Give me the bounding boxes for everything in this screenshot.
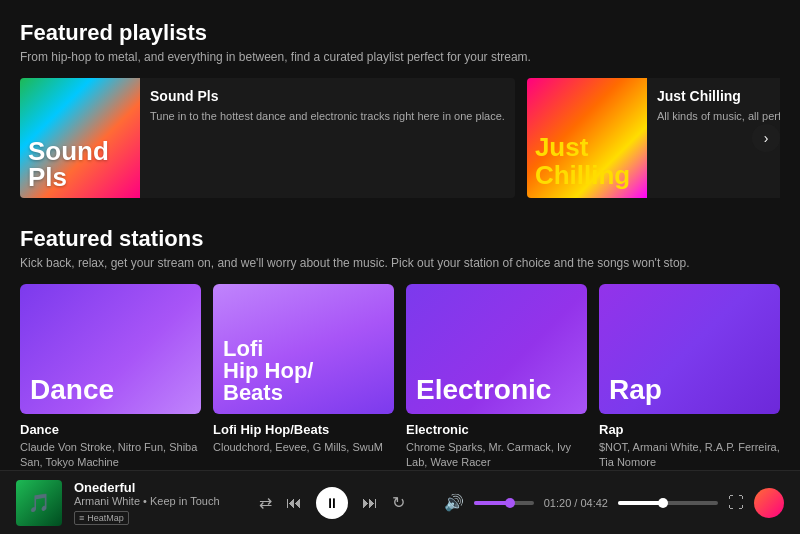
shuffle-button[interactable]: ⇄ [259,493,272,512]
lofi-name: Lofi Hip Hop/Beats [213,422,394,437]
player-tag: ≡ HeatMap [74,511,129,525]
justchilling-name: Just Chilling [657,88,780,104]
playlist-thumb-justchilling: JustChilling [527,78,647,198]
progress-bar[interactable] [618,501,718,505]
soundpls-name: Sound Pls [150,88,505,104]
dance-thumb-text: Dance [30,376,114,404]
featured-stations-section: Featured stations Kick back, relax, get … [20,226,780,470]
electronic-thumb-text: Electronic [416,376,551,404]
time-display: 01:20 / 04:42 [544,497,608,509]
justchilling-desc: All kinds of music, all perfect for chil… [657,109,780,124]
stations-title: Featured stations [20,226,780,252]
progress-dot [658,498,668,508]
station-card-lofi[interactable]: LofiHip Hop/Beats Lofi Hip Hop/Beats Clo… [213,284,394,470]
soundpls-info: Sound Pls Tune in to the hottest dance a… [140,78,515,198]
player-album-art: 🎵 [16,480,62,526]
soundpls-thumb-text: SoundPls [28,138,109,190]
station-card-electronic[interactable]: Electronic Electronic Chrome Sparks, Mr.… [406,284,587,470]
lofi-artists: Cloudchord, Eevee, G Mills, SwuM [213,440,394,455]
stations-row: Dance Dance Claude Von Stroke, Nitro Fun… [20,284,780,470]
soundpls-desc: Tune in to the hottest dance and electro… [150,109,505,124]
volume-fill [474,501,510,505]
lofi-thumb-text: LofiHip Hop/Beats [223,338,313,404]
next-button[interactable]: ⏭ [362,494,378,512]
avatar[interactable] [754,488,784,518]
station-thumb-lofi: LofiHip Hop/Beats [213,284,394,414]
player-bar: 🎵 Onederful Armani White • Keep in Touch… [0,470,800,534]
player-artist-name: Armani White • Keep in Touch [74,495,220,507]
playlists-next-button[interactable]: › [752,124,780,152]
rap-artists: $NOT, Armani White, R.A.P. Ferreira, Tia… [599,440,780,470]
playlists-row: SoundPls Sound Pls Tune in to the hottes… [20,78,780,198]
featured-playlists-section: Featured playlists From hip-hop to metal… [20,20,780,198]
player-right: 🔊 01:20 / 04:42 ⛶ [444,488,784,518]
station-card-dance[interactable]: Dance Dance Claude Von Stroke, Nitro Fun… [20,284,201,470]
volume-dot [505,498,515,508]
playlists-subtitle: From hip-hop to metal, and everything in… [20,50,780,64]
justchilling-thumb-text: JustChilling [535,133,630,190]
playlist-card-justchilling[interactable]: JustChilling Just Chilling All kinds of … [527,78,780,198]
playlist-card-soundpls[interactable]: SoundPls Sound Pls Tune in to the hottes… [20,78,515,198]
fullscreen-button[interactable]: ⛶ [728,494,744,512]
progress-fill [618,501,663,505]
stations-subtitle: Kick back, relax, get your stream on, an… [20,256,780,270]
dance-artists: Claude Von Stroke, Nitro Fun, Shiba San,… [20,440,201,470]
playlists-title: Featured playlists [20,20,780,46]
repeat-button[interactable]: ↻ [392,493,405,512]
rap-name: Rap [599,422,780,437]
station-thumb-rap: Rap [599,284,780,414]
player-track-name: Onederful [74,480,220,495]
station-thumb-dance: Dance [20,284,201,414]
main-content: Featured playlists From hip-hop to metal… [0,0,800,470]
electronic-name: Electronic [406,422,587,437]
volume-bar[interactable] [474,501,534,505]
volume-button[interactable]: 🔊 [444,493,464,512]
player-controls: ⇄ ⏮ ⏸ ⏭ ↻ [259,487,405,519]
play-pause-button[interactable]: ⏸ [316,487,348,519]
electronic-artists: Chrome Sparks, Mr. Carmack, Ivy Lab, Wav… [406,440,587,470]
station-thumb-electronic: Electronic [406,284,587,414]
prev-button[interactable]: ⏮ [286,494,302,512]
station-card-rap[interactable]: Rap Rap $NOT, Armani White, R.A.P. Ferre… [599,284,780,470]
dance-name: Dance [20,422,201,437]
rap-thumb-text: Rap [609,376,662,404]
playlist-thumb-soundpls: SoundPls [20,78,140,198]
player-info: Onederful Armani White • Keep in Touch ≡… [74,480,220,525]
